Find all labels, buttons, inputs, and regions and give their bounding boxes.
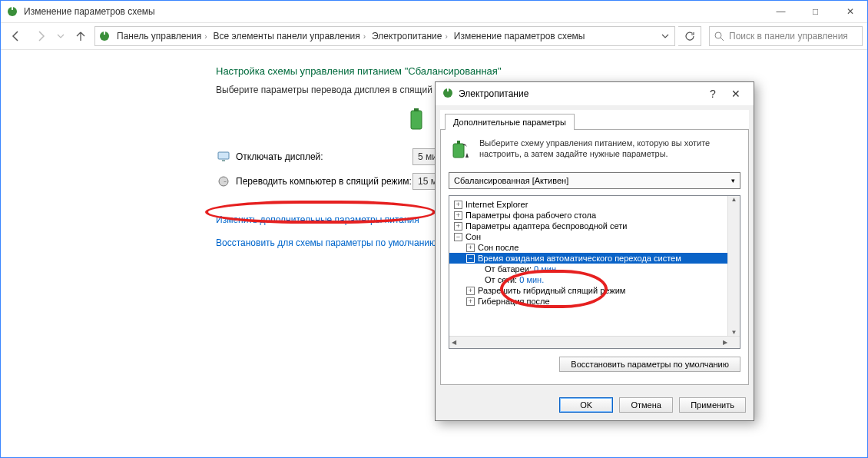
- breadcrumb[interactable]: Панель управления›: [114, 27, 210, 45]
- forward-button[interactable]: [30, 26, 51, 46]
- page-title: Настройка схемы управления питанием "Сба…: [216, 65, 867, 77]
- tree-item[interactable]: Параметры фона рабочего стола: [465, 211, 596, 220]
- apply-button[interactable]: Применить: [679, 397, 746, 413]
- dialog-icon: [442, 87, 454, 101]
- svg-point-4: [715, 32, 721, 38]
- advanced-settings-link[interactable]: Изменить дополнительные параметры питани…: [216, 214, 419, 225]
- search-placeholder: Поиск в панели управления: [729, 31, 848, 41]
- ok-button[interactable]: OK: [559, 397, 613, 413]
- monitor-icon: [216, 149, 231, 164]
- dialog-close-button[interactable]: ✕: [724, 88, 747, 100]
- chevron-right-icon: ›: [445, 32, 447, 41]
- dialog-title: Электропитание: [459, 88, 701, 99]
- svg-rect-3: [104, 32, 105, 35]
- plan-select[interactable]: Сбалансированная [Активен] ▾: [449, 172, 740, 189]
- tab-advanced[interactable]: Дополнительные параметры: [445, 114, 575, 130]
- settings-tree[interactable]: +Internet Explorer +Параметры фона рабоч…: [449, 195, 740, 349]
- maximize-button[interactable]: □: [798, 1, 833, 22]
- tree-item-selected[interactable]: Время ожидания автоматического перехода …: [478, 254, 681, 263]
- display-off-label: Отключать дисплей:: [236, 151, 412, 162]
- svg-line-5: [721, 38, 724, 41]
- close-button[interactable]: ✕: [833, 1, 867, 22]
- address-icon: [95, 30, 114, 42]
- battery-icon: [408, 108, 425, 131]
- app-icon: [1, 5, 24, 18]
- svg-rect-8: [218, 152, 229, 159]
- search-icon: [714, 32, 724, 41]
- sleep-label: Переводить компьютер в спящий режим:: [236, 176, 412, 187]
- sleep-icon: [216, 174, 231, 189]
- svg-rect-12: [447, 88, 449, 91]
- svg-rect-7: [414, 108, 419, 111]
- search-input[interactable]: Поиск в панели управления: [709, 26, 863, 46]
- svg-rect-13: [453, 144, 464, 158]
- tree-value-label[interactable]: От батареи:: [485, 264, 532, 274]
- minimize-button[interactable]: —: [764, 1, 798, 22]
- tree-value[interactable]: 0 мин.: [519, 275, 544, 284]
- power-icon: [449, 138, 473, 164]
- tree-item[interactable]: Гибернация после: [478, 297, 550, 306]
- vertical-scrollbar[interactable]: [727, 196, 740, 336]
- back-button[interactable]: [5, 26, 27, 46]
- svg-rect-1: [12, 7, 13, 10]
- address-dropdown[interactable]: [656, 32, 674, 40]
- tree-item[interactable]: Параметры адаптера беспроводной сети: [465, 221, 627, 231]
- cancel-button[interactable]: Отмена: [619, 397, 673, 413]
- up-button[interactable]: [70, 26, 91, 46]
- tree-item[interactable]: Сон: [465, 232, 481, 241]
- svg-rect-6: [411, 111, 422, 129]
- help-button[interactable]: ?: [701, 88, 724, 100]
- window-title: Изменение параметров схемы: [24, 6, 764, 17]
- svg-rect-14: [457, 141, 460, 144]
- recent-dropdown[interactable]: [55, 26, 67, 46]
- chevron-down-icon: ▾: [731, 177, 735, 184]
- chevron-right-icon: ›: [363, 32, 366, 41]
- restore-defaults-button[interactable]: Восстановить параметры по умолчанию: [559, 357, 740, 372]
- tree-value-label[interactable]: От сети:: [485, 275, 517, 284]
- breadcrumb[interactable]: Электропитание›: [369, 27, 451, 45]
- tree-item[interactable]: Сон после: [478, 243, 518, 252]
- refresh-button[interactable]: [678, 26, 701, 46]
- power-options-dialog: Электропитание ? ✕ Дополнительные параме…: [435, 81, 754, 421]
- horizontal-scrollbar[interactable]: [449, 336, 740, 348]
- chevron-right-icon: ›: [204, 32, 207, 41]
- breadcrumb[interactable]: Все элементы панели управления›: [210, 27, 369, 45]
- dialog-description: Выберите схему управления питанием, кото…: [479, 138, 740, 164]
- breadcrumb[interactable]: Изменение параметров схемы: [451, 27, 588, 45]
- tree-value[interactable]: 0 мин.: [534, 264, 558, 274]
- tree-item[interactable]: Разрешить гибридный спящий режим: [478, 286, 625, 295]
- tree-item[interactable]: Internet Explorer: [465, 200, 528, 209]
- svg-rect-9: [222, 160, 225, 161]
- address-bar[interactable]: Панель управления› Все элементы панели у…: [94, 26, 675, 46]
